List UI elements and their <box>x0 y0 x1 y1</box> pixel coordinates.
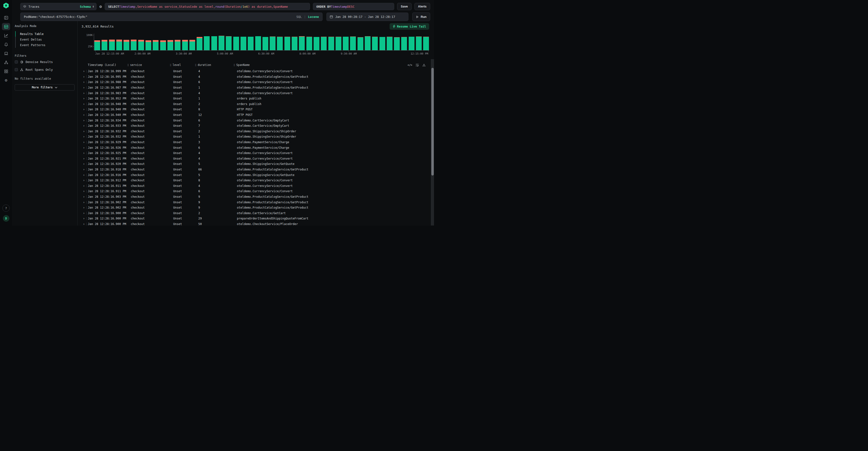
table-row[interactable]: › Jan 28 12:28:16.926 PM checkout Unset … <box>82 145 429 150</box>
histogram-bar[interactable] <box>160 33 166 50</box>
chevron-right-icon[interactable]: › <box>83 97 85 100</box>
denoise-results-filter[interactable]: Denoise Results <box>15 59 74 65</box>
order-by-editor[interactable]: ORDER BY Timestamp DESC <box>313 3 394 10</box>
column-header-level[interactable]: ⣿level <box>167 63 194 67</box>
root-spans-only-filter[interactable]: Root Spans Only <box>15 66 74 73</box>
histogram-bar[interactable] <box>401 33 407 50</box>
histogram-bar[interactable] <box>365 33 371 50</box>
table-row[interactable]: › Jan 28 12:28:16.932 PM checkout Unset … <box>82 134 429 140</box>
histogram-bar[interactable] <box>233 33 239 50</box>
chevron-right-icon[interactable]: › <box>83 91 85 95</box>
chevron-right-icon[interactable]: › <box>83 135 85 138</box>
table-row[interactable]: › Jan 28 12:28:16.902 PM checkout Unset … <box>82 205 429 210</box>
source-settings-gear-icon[interactable]: ⚙ <box>99 5 102 9</box>
chevron-right-icon[interactable]: › <box>83 212 85 215</box>
chevron-right-icon[interactable]: › <box>83 151 85 155</box>
table-row[interactable]: › Jan 28 12:28:16.952 PM checkout Unset … <box>82 96 429 102</box>
chevron-right-icon[interactable]: › <box>83 86 85 89</box>
table-row[interactable]: › Jan 28 12:28:16.929 PM checkout Unset … <box>82 140 429 145</box>
collapse-sidebar-icon[interactable] <box>2 14 10 21</box>
time-range-picker[interactable]: Jan 28 00:28:17 - Jan 28 12:28:17 <box>327 12 408 21</box>
histogram-bar[interactable] <box>153 33 158 50</box>
histogram-bar[interactable] <box>372 33 378 50</box>
histogram-bar[interactable] <box>416 33 422 50</box>
analysis-mode-item-event-patterns[interactable]: Event Patterns <box>15 42 74 48</box>
histogram-bar[interactable] <box>328 33 334 50</box>
histogram-bar[interactable] <box>101 33 107 50</box>
chevron-right-icon[interactable]: › <box>83 206 85 209</box>
table-row[interactable]: › Jan 28 12:28:16.903 PM checkout Unset … <box>82 194 429 200</box>
sql-select-editor[interactable]: SELECT Timestamp, ServiceName as service… <box>105 3 310 10</box>
histogram-bar[interactable] <box>211 33 217 50</box>
histogram-bar[interactable] <box>314 33 319 50</box>
table-row[interactable]: › Jan 28 12:28:16.988 PM checkout Unset … <box>82 79 429 85</box>
histogram-bar[interactable] <box>394 33 400 50</box>
alerts-nav-icon[interactable] <box>2 41 10 48</box>
lucene-mode-toggle[interactable]: Lucene <box>308 15 319 19</box>
denoise-results-checkbox[interactable] <box>15 60 18 63</box>
run-button[interactable]: Run <box>412 12 430 21</box>
chevron-right-icon[interactable]: › <box>83 190 85 193</box>
chevron-right-icon[interactable]: › <box>83 173 85 177</box>
histogram-bar[interactable] <box>182 33 188 50</box>
chevron-right-icon[interactable]: › <box>83 195 85 198</box>
histogram-bar[interactable] <box>358 33 363 50</box>
histogram-bar[interactable] <box>138 33 144 50</box>
table-row[interactable]: › Jan 28 12:28:16.948 PM checkout Unset … <box>82 102 429 107</box>
user-avatar[interactable]: D <box>3 215 9 222</box>
histogram-bar[interactable] <box>306 33 312 50</box>
table-row[interactable]: › Jan 28 12:28:16.900 PM checkout Unset … <box>82 210 429 216</box>
histogram-bar[interactable] <box>387 33 393 50</box>
download-icon[interactable] <box>422 63 426 67</box>
histogram-bar[interactable] <box>292 33 298 50</box>
table-row[interactable]: › Jan 28 12:28:16.911 PM checkout Unset … <box>82 189 429 194</box>
histogram-bar[interactable] <box>219 33 224 50</box>
column-header-timestamp[interactable]: Timestamp (Local) <box>88 63 127 67</box>
histogram-bar[interactable] <box>270 33 276 50</box>
table-row[interactable]: › Jan 28 12:28:16.940 PM checkout Unset … <box>82 112 429 118</box>
histogram-bar[interactable] <box>336 33 341 50</box>
more-filters-button[interactable]: More filters <box>15 84 74 90</box>
table-row[interactable]: › Jan 28 12:28:16.934 PM checkout Unset … <box>82 118 429 123</box>
histogram-bar[interactable] <box>299 33 305 50</box>
chevron-right-icon[interactable]: › <box>83 80 85 84</box>
chevron-right-icon[interactable]: › <box>83 184 85 188</box>
help-icon[interactable]: ? <box>2 204 10 212</box>
histogram-bar[interactable] <box>423 33 429 50</box>
table-row[interactable]: › Jan 28 12:28:16.933 PM checkout Unset … <box>82 123 429 129</box>
chevron-right-icon[interactable]: › <box>83 124 85 128</box>
settings-nav-icon[interactable]: ⚙ <box>2 77 10 84</box>
sql-mode-toggle[interactable]: SQL <box>296 15 302 19</box>
table-row[interactable]: › Jan 28 12:28:16.925 PM checkout Unset … <box>82 150 429 156</box>
histogram-bar[interactable] <box>167 33 173 50</box>
histogram-bar[interactable] <box>241 33 246 50</box>
histogram-bar[interactable] <box>94 33 100 50</box>
histogram-bar[interactable] <box>175 33 181 50</box>
alerts-button[interactable]: Alerts <box>414 3 430 10</box>
chevron-right-icon[interactable]: › <box>83 201 85 204</box>
chevron-right-icon[interactable]: › <box>83 222 85 225</box>
chevron-right-icon[interactable]: › <box>83 113 85 117</box>
histogram-plot-area[interactable]: 100K 25K <box>94 33 429 50</box>
table-row[interactable]: › Jan 28 12:28:16.902 PM checkout Unset … <box>82 199 429 205</box>
sessions-nav-icon[interactable] <box>2 50 10 57</box>
histogram-bar[interactable] <box>350 33 356 50</box>
histogram-bar[interactable] <box>197 33 203 50</box>
table-row[interactable]: › Jan 28 12:28:16.995 PM checkout Unset … <box>82 74 429 80</box>
histogram-bar[interactable] <box>248 33 253 50</box>
chart-explorer-nav-icon[interactable] <box>2 32 10 39</box>
table-row[interactable]: › Jan 28 12:28:16.918 PM checkout Unset … <box>82 167 429 172</box>
hyperdx-logo-icon[interactable] <box>3 2 9 9</box>
histogram-bar[interactable] <box>409 33 414 50</box>
table-row[interactable]: › Jan 28 12:28:16.911 PM checkout Unset … <box>82 183 429 189</box>
table-row[interactable]: › Jan 28 12:28:16.900 PM checkout Unset … <box>82 216 429 221</box>
search-input[interactable]: PodName:"checkout-675775c4cc-f2p9c" SQL … <box>20 12 322 21</box>
histogram-bar[interactable] <box>146 33 151 50</box>
column-header-duration[interactable]: ⣿duration <box>194 63 234 67</box>
drag-grip-icon[interactable]: ⣿ <box>170 64 172 66</box>
chevron-right-icon[interactable]: › <box>83 108 85 111</box>
drag-grip-icon[interactable]: ⣿ <box>234 64 235 66</box>
histogram-bar[interactable] <box>284 33 290 50</box>
chevron-right-icon[interactable]: › <box>83 75 85 79</box>
chevron-right-icon[interactable]: › <box>83 69 85 73</box>
